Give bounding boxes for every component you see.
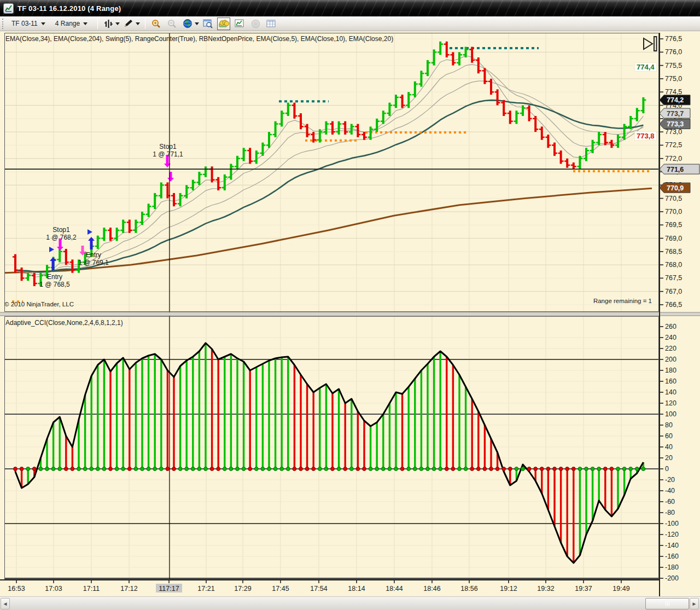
cci-zero-dot <box>578 467 582 471</box>
price-axis-label: 772,0 <box>665 155 682 162</box>
time-axis-label: 17:54 <box>310 585 327 592</box>
draw-tools-icon[interactable] <box>122 18 135 30</box>
entry-marker-768: 1 @ 768,5 <box>39 281 70 288</box>
cci-zero-dot <box>483 467 487 471</box>
cci-zero-dot <box>312 467 316 471</box>
svg-text:773,3: 773,3 <box>667 120 684 128</box>
cci-axis-label: 240 <box>665 334 676 341</box>
cci-zero-dot <box>369 467 372 471</box>
cci-zero-dot <box>432 467 436 471</box>
cci-zero-dot <box>508 467 512 471</box>
cci-zero-dot <box>51 467 55 471</box>
cci-zero-dot <box>102 467 106 471</box>
data-grid-icon[interactable] <box>265 18 278 30</box>
panel-splitter <box>0 312 700 316</box>
cci-zero-dot <box>571 467 575 471</box>
scroll-right-button[interactable]: ► <box>690 598 699 609</box>
price-tag: 771,6 <box>660 164 699 174</box>
cci-zero-dot <box>109 467 113 471</box>
cci-zero-dot <box>280 467 284 471</box>
cci-zero-dot <box>172 467 176 471</box>
cci-axis-label: 20 <box>665 454 673 462</box>
scrollbar-thumb[interactable] <box>645 598 689 609</box>
time-axis-label: 18:44 <box>386 585 402 592</box>
bar-type-icon[interactable] <box>102 18 115 30</box>
instrument-selector[interactable]: TF 03-11 <box>8 19 50 28</box>
stop-marker-768: Stop1 <box>52 226 70 234</box>
cci-zero-dot <box>83 467 87 471</box>
cci-zero-dot <box>553 467 557 471</box>
chevron-down-icon[interactable] <box>136 22 140 25</box>
toolbar-icon-group <box>101 18 280 30</box>
price-axis-label: 776,5 <box>665 35 682 43</box>
cci-axis-label: -140 <box>665 542 679 549</box>
zoom-in-icon[interactable] <box>149 18 162 30</box>
svg-text:770,9: 770,9 <box>667 184 684 192</box>
cci-zero-dot <box>115 467 119 471</box>
toolbar-grip-handle[interactable] <box>2 19 5 29</box>
chevron-down-icon <box>83 22 88 25</box>
cci-zero-dot <box>331 467 335 471</box>
cci-zero-dot <box>527 467 531 471</box>
cci-axis-label: -20 <box>665 476 675 484</box>
cci-zero-dot <box>400 467 404 471</box>
cci-zero-dot <box>464 467 468 471</box>
cci-axis-label: 180 <box>665 367 676 374</box>
stop-marker-771: Stop1 <box>159 143 177 150</box>
cci-axis-label: -80 <box>665 509 675 516</box>
cci-zero-dot <box>489 467 493 471</box>
stop-marker-768: 1 @ 768,2 <box>46 234 77 241</box>
price-axis-label: 767,5 <box>665 274 682 282</box>
cci-zero-dot <box>458 467 462 471</box>
cci-zero-dot <box>254 467 258 471</box>
price-axis-label: 775,0 <box>665 75 682 83</box>
cci-zero-dot <box>476 467 480 471</box>
cci-zero-dot <box>217 467 220 471</box>
time-axis-label: 17:03 <box>45 585 62 592</box>
svg-text:773,7: 773,7 <box>667 110 684 118</box>
price-axis-label: 775,5 <box>665 62 682 69</box>
cci-axis-label: 220 <box>665 345 676 352</box>
cci-zero-dot <box>267 467 271 471</box>
price-axis-label: 774,5 <box>665 88 682 96</box>
period-selector[interactable]: 4 Range <box>52 19 92 28</box>
price-axis-label: 769,5 <box>665 221 682 229</box>
chart-trader-icon[interactable] <box>217 18 230 30</box>
price-axis-label: 772,5 <box>665 141 682 149</box>
chart-window-icon[interactable] <box>201 18 214 30</box>
cci-zero-dot <box>127 467 131 471</box>
cci-zero-dot <box>77 467 81 471</box>
cci-zero-dot <box>407 467 411 471</box>
cci-zero-dot <box>153 467 157 471</box>
cci-zero-dot <box>26 467 30 471</box>
chevron-down-icon[interactable] <box>115 22 120 25</box>
cci-axis-label: -180 <box>665 563 679 571</box>
price-axis-label: 769,0 <box>665 235 682 242</box>
horizontal-scrollbar[interactable]: ◄ ► <box>0 596 700 610</box>
cci-zero-dot <box>185 467 189 471</box>
cci-axis-label: -100 <box>665 520 679 527</box>
scroll-left-button[interactable]: ◄ <box>1 598 10 609</box>
cci-axis-label: 80 <box>665 421 673 429</box>
cci-axis-label: 120 <box>665 399 676 407</box>
instrument-label: TF 03-11 <box>11 20 38 27</box>
instruments-globe-icon[interactable] <box>181 18 194 30</box>
cci-zero-dot <box>413 467 417 471</box>
svg-text:771,6: 771,6 <box>667 166 684 173</box>
indicators-icon[interactable] <box>233 18 246 30</box>
cci-zero-dot <box>20 467 24 471</box>
price-axis-label: 766,5 <box>665 301 682 309</box>
entry-marker-769: 1 @ 769,1 <box>78 259 109 266</box>
chart-canvas[interactable]: Stop11 @ 771,1Stop11 @ 768,2Entry1 @ 769… <box>0 0 700 596</box>
cci-zero-dot <box>445 467 448 471</box>
cci-axis-label: 40 <box>665 443 673 451</box>
price-tag: 773,7 <box>660 108 690 118</box>
cci-zero-dot <box>546 467 550 471</box>
cci-zero-dot <box>178 467 182 471</box>
title-bar[interactable]: TF 03-11 16.12.2010 (4 Range) <box>0 0 700 16</box>
cci-zero-dot <box>229 467 233 471</box>
cci-zero-dot <box>90 467 94 471</box>
cci-zero-dot <box>197 467 201 471</box>
toolbar: TF 03-11 4 Range <box>0 16 700 31</box>
chevron-down-icon[interactable] <box>195 22 199 25</box>
